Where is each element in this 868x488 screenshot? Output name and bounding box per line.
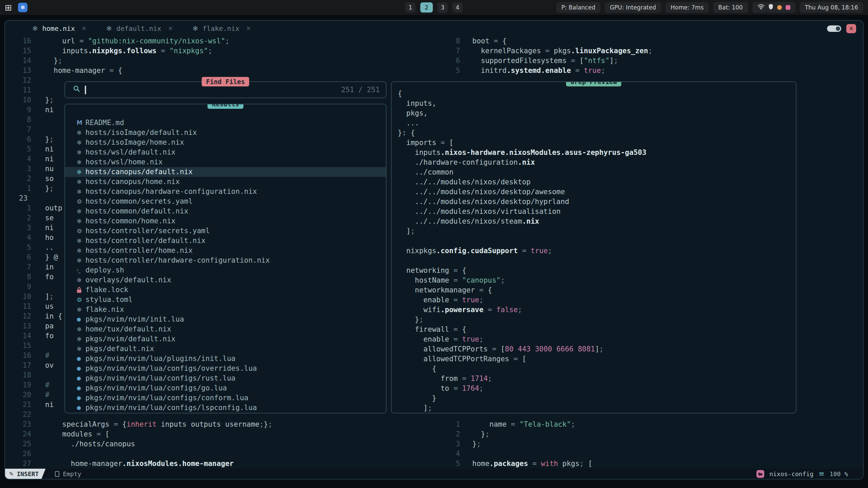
workspace-3[interactable]: 3 bbox=[438, 2, 448, 13]
result-label: pkgs/nvim/nvim/lua/configs/overrides.lua bbox=[85, 364, 257, 373]
code-line: 3}; bbox=[446, 439, 863, 449]
preview-line: } bbox=[398, 393, 796, 403]
result-item[interactable]: ❄hosts/common/default.nix bbox=[65, 206, 386, 216]
result-item[interactable]: ❄pkgs/default.nix bbox=[65, 344, 386, 354]
result-item[interactable]: ❄hosts/common/home.nix bbox=[65, 216, 386, 226]
result-label: hosts/common/secrets.yaml bbox=[85, 197, 193, 206]
topbar-module-2: Home: 7ms bbox=[666, 2, 709, 13]
lua-file-icon: ● bbox=[77, 356, 85, 361]
result-item[interactable]: ❄home/tux/default.nix bbox=[65, 324, 386, 334]
nix-file-icon: ❄ bbox=[77, 208, 85, 215]
result-item[interactable]: MREADME.md bbox=[65, 118, 386, 128]
finder-results-list: MREADME.md❄hosts/isoImage/default.nix❄ho… bbox=[65, 104, 386, 413]
lock-file-icon bbox=[77, 287, 85, 293]
result-label: hosts/canopus/home.nix bbox=[85, 177, 180, 187]
result-item[interactable]: ●pkgs/nvim/nvim/init.lua bbox=[65, 314, 386, 324]
workspace-1[interactable]: 1 bbox=[406, 2, 416, 13]
window-close-button[interactable]: ✕ bbox=[846, 24, 856, 33]
tab-close-icon[interactable]: ✕ bbox=[168, 25, 173, 32]
code-text: ni bbox=[45, 400, 54, 410]
result-item[interactable]: ●pkgs/nvim/nvim/lua/configs/go.lua bbox=[65, 383, 386, 393]
result-item[interactable]: ⚙stylua.toml bbox=[65, 295, 386, 305]
code-text: us bbox=[45, 302, 54, 311]
result-label: flake.lock bbox=[85, 285, 128, 295]
result-counter: 251 / 251 bbox=[341, 85, 380, 95]
code-text: ]; bbox=[45, 292, 54, 302]
nix-file-icon: ❄ bbox=[77, 169, 85, 175]
result-item[interactable]: ●pkgs/nvim/nvim/lua/configs/overrides.lu… bbox=[65, 364, 386, 373]
code-line: 13 home-manager = { bbox=[5, 66, 446, 76]
result-item[interactable]: ❄pkgs/nvim/default.nix bbox=[65, 334, 386, 344]
find-files-title: Find Files bbox=[202, 77, 249, 86]
code-line: 14 }; bbox=[5, 56, 446, 66]
code-text: # bbox=[45, 390, 50, 400]
result-item[interactable]: ⚙hosts/controller/secrets.yaml bbox=[65, 226, 386, 236]
result-item[interactable]: ❄hosts/wsl/default.nix bbox=[65, 147, 386, 157]
tab-flake.nix[interactable]: ❄flake.nix✕ bbox=[193, 24, 251, 33]
result-label: hosts/wsl/default.nix bbox=[85, 147, 176, 157]
workspace-4[interactable]: 4 bbox=[453, 2, 463, 13]
result-label: hosts/isoImage/home.nix bbox=[85, 138, 184, 147]
result-item[interactable]: ›_deploy.sh bbox=[65, 265, 386, 275]
line-number: 5 bbox=[446, 459, 460, 469]
editor-area[interactable]: 16 url = "github:nix-community/nixos-wsl… bbox=[5, 36, 863, 469]
line-number: 15 bbox=[5, 341, 31, 351]
window-toggle-pill[interactable] bbox=[827, 25, 841, 32]
code-text: supportedFilesystems = ["ntfs"]; bbox=[472, 56, 618, 66]
result-item[interactable]: ⚙hosts/common/secrets.yaml bbox=[65, 197, 386, 206]
result-item[interactable]: ●pkgs/nvim/nvim/lua/configs/lspconfig.lu… bbox=[65, 403, 386, 413]
result-item[interactable]: ❄hosts/isoImage/home.nix bbox=[65, 138, 386, 147]
result-item[interactable]: ❄hosts/controller/home.nix bbox=[65, 246, 386, 256]
code-text: }; bbox=[45, 95, 54, 105]
preview-line: enable = true; bbox=[398, 334, 796, 344]
preview-line bbox=[398, 256, 796, 266]
result-item[interactable]: ❄hosts/wsl/home.nix bbox=[65, 157, 386, 167]
line-number: 3 bbox=[5, 223, 31, 233]
tab-home.nix[interactable]: ❄home.nix✕ bbox=[32, 24, 86, 33]
tray-app-orange-icon[interactable] bbox=[777, 5, 782, 10]
preview-line: networkmanager = { bbox=[398, 285, 796, 295]
nix-file-icon: ❄ bbox=[77, 307, 85, 313]
result-item[interactable]: ❄hosts/canopus/hardware-configuration.ni… bbox=[65, 187, 386, 197]
tab-close-icon[interactable]: ✕ bbox=[246, 25, 251, 32]
result-label: flake.nix bbox=[85, 305, 124, 314]
line-number: 23 bbox=[5, 194, 31, 203]
result-item[interactable]: ❄flake.nix bbox=[65, 305, 386, 314]
result-item[interactable]: flake.lock bbox=[65, 285, 386, 295]
workspace-2[interactable]: 2 bbox=[420, 2, 433, 13]
app-launcher-icon[interactable]: ⊞ bbox=[5, 3, 12, 12]
result-item[interactable]: ❄hosts/isoImage/default.nix bbox=[65, 128, 386, 138]
result-item[interactable]: ❄hosts/canopus/default.nix bbox=[65, 167, 386, 177]
wifi-icon[interactable] bbox=[757, 4, 765, 11]
tab-bar: ❄home.nix✕❄default.nix✕❄flake.nix✕ ✕ bbox=[5, 21, 863, 36]
preview-line: }; bbox=[398, 315, 796, 325]
line-number: 18 bbox=[5, 370, 31, 380]
preview-line bbox=[398, 236, 796, 246]
results-title: Results bbox=[208, 104, 243, 109]
line-number: 3 bbox=[5, 164, 31, 174]
distro-logo-icon[interactable]: ❄ bbox=[18, 3, 27, 12]
tab-close-icon[interactable]: ✕ bbox=[82, 25, 86, 32]
result-item[interactable]: ❄hosts/canopus/home.nix bbox=[65, 177, 386, 187]
project-name: nixos-config bbox=[769, 470, 813, 477]
code-text: kernelPackages = pkgs.linuxPackages_zen; bbox=[472, 46, 652, 56]
result-item[interactable]: ●pkgs/nvim/nvim/lua/configs/rust.lua bbox=[65, 373, 386, 383]
result-item[interactable]: ❄hosts/controller/hardware-configuration… bbox=[65, 256, 386, 265]
pencil-icon: ✎ bbox=[9, 471, 14, 477]
tab-default.nix[interactable]: ❄default.nix✕ bbox=[106, 24, 173, 33]
nix-file-icon: ❄ bbox=[77, 238, 85, 244]
result-item[interactable]: ❄hosts/controller/default.nix bbox=[65, 236, 386, 246]
result-label: hosts/controller/default.nix bbox=[85, 236, 205, 246]
tray-app-pink-icon[interactable] bbox=[786, 5, 790, 10]
line-number: 5 bbox=[5, 243, 31, 252]
preview-line: { bbox=[398, 89, 796, 99]
result-item[interactable]: ●pkgs/nvim/nvim/lua/configs/conform.lua bbox=[65, 393, 386, 403]
result-item[interactable]: ❄overlays/default.nix bbox=[65, 275, 386, 285]
line-number: 3 bbox=[446, 439, 460, 449]
code-text: # bbox=[45, 351, 50, 361]
preview-line: to = 1764; bbox=[398, 384, 796, 393]
shield-icon[interactable] bbox=[768, 4, 773, 11]
code-text: ni bbox=[45, 154, 54, 164]
result-item[interactable]: ●pkgs/nvim/nvim/lua/plugins/init.lua bbox=[65, 354, 386, 364]
preview-line: ../../modules/nixos/desktop/awesome bbox=[398, 187, 796, 197]
